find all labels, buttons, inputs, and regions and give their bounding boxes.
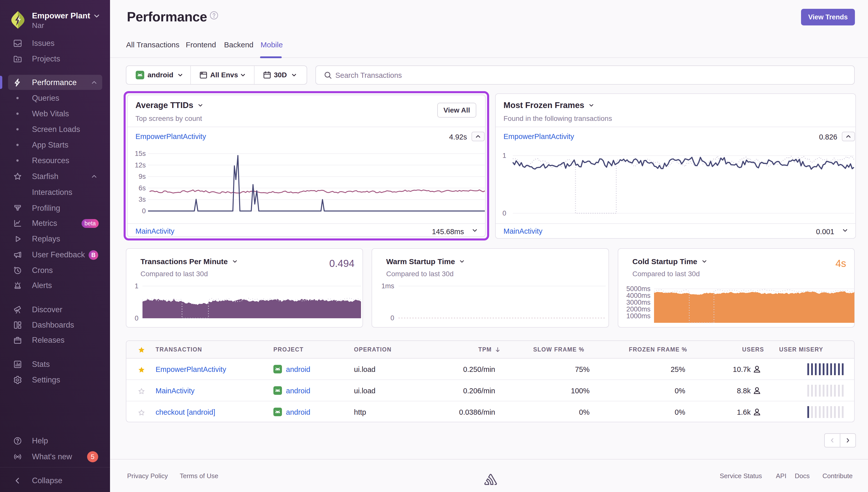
svg-text:6s: 6s — [138, 184, 146, 192]
svg-text:15s: 15s — [135, 150, 146, 157]
svg-text:0: 0 — [503, 210, 506, 217]
svg-text:1: 1 — [503, 152, 506, 159]
svg-text:3000ms: 3000ms — [626, 299, 650, 306]
svg-text:1000ms: 1000ms — [626, 312, 650, 320]
svg-text:9s: 9s — [138, 173, 146, 180]
svg-text:1ms: 1ms — [381, 282, 394, 290]
svg-text:4000ms: 4000ms — [626, 292, 650, 299]
svg-text:0: 0 — [390, 314, 394, 322]
svg-text:0: 0 — [135, 315, 138, 322]
svg-text:12s: 12s — [135, 162, 146, 169]
svg-text:3s: 3s — [138, 196, 146, 203]
svg-text:2000ms: 2000ms — [626, 305, 650, 313]
svg-text:0: 0 — [142, 207, 146, 215]
svg-text:5000ms: 5000ms — [626, 285, 650, 293]
svg-text:1: 1 — [135, 282, 138, 290]
